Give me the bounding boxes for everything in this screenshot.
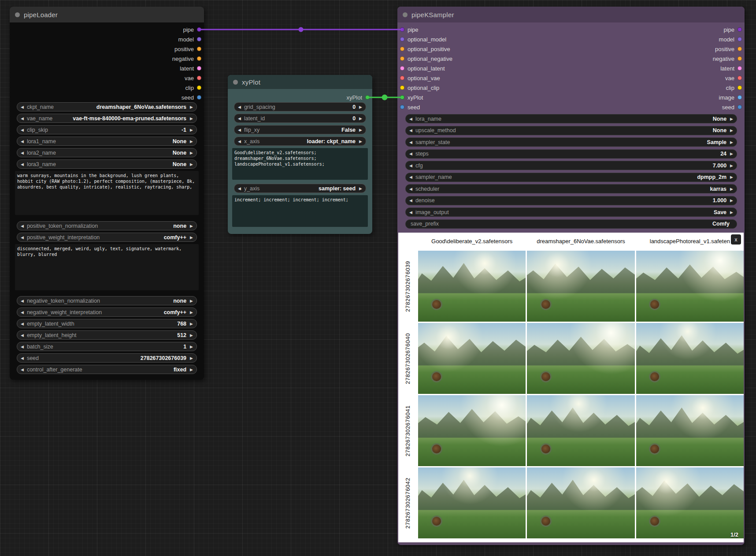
widget-image-output[interactable]: image_outputSave — [405, 208, 737, 217]
decrement-arrow-icon[interactable] — [409, 187, 412, 191]
port-optional-vae[interactable]: optional_vae — [397, 73, 571, 83]
widget-denoise[interactable]: denoise1.000 — [405, 196, 737, 205]
port-optional-clip[interactable]: optional_clip — [397, 83, 571, 93]
port-image-out[interactable]: image — [571, 93, 745, 102]
increment-arrow-icon[interactable] — [730, 175, 733, 179]
port-dot-pipe[interactable] — [737, 27, 742, 32]
port-vae[interactable]: vae — [10, 73, 204, 83]
increment-arrow-icon[interactable] — [190, 116, 193, 121]
widget-control-after-generate[interactable]: control_after_generatefixed — [17, 365, 197, 374]
widget-lora2-name[interactable]: lora2_nameNone — [17, 148, 197, 157]
widget-scheduler[interactable]: schedulerkarras — [405, 184, 737, 193]
port-dot-vae[interactable] — [197, 76, 201, 80]
increment-arrow-icon[interactable] — [190, 356, 193, 360]
decrement-arrow-icon[interactable] — [21, 116, 24, 121]
decrement-arrow-icon[interactable] — [21, 322, 24, 326]
widget-lora-name[interactable]: lora_nameNone — [405, 114, 737, 123]
port-dot-negative[interactable] — [197, 56, 201, 61]
widget-save-prefix[interactable]: save_prefixComfy — [405, 219, 737, 229]
port-dot-seed[interactable] — [197, 95, 201, 100]
decrement-arrow-icon[interactable] — [21, 299, 24, 303]
increment-arrow-icon[interactable] — [190, 162, 193, 167]
decrement-arrow-icon[interactable] — [409, 198, 412, 203]
port-dot-negative[interactable] — [400, 56, 404, 61]
port-optional-negative[interactable]: optional_negative — [397, 54, 571, 63]
decrement-arrow-icon[interactable] — [238, 128, 241, 132]
widget-clip-skip[interactable]: clip_skip-1 — [17, 125, 197, 134]
decrement-arrow-icon[interactable] — [21, 310, 24, 315]
widget-empty-latent-height[interactable]: empty_latent_height512 — [17, 330, 197, 340]
port-vae-out[interactable]: vae — [571, 73, 745, 83]
increment-arrow-icon[interactable] — [359, 139, 362, 144]
widget-latent-id[interactable]: latent_id0 — [234, 114, 366, 123]
increment-arrow-icon[interactable] — [730, 187, 733, 191]
port-optional-latent[interactable]: optional_latent — [397, 63, 571, 73]
node-header[interactable]: pipeLoader — [10, 7, 204, 22]
port-dot-latent[interactable] — [400, 66, 404, 70]
port-seed-in[interactable]: seed — [397, 102, 571, 112]
increment-arrow-icon[interactable] — [730, 128, 733, 133]
increment-arrow-icon[interactable] — [190, 299, 193, 303]
port-dot-positive[interactable] — [197, 47, 201, 51]
collapse-dot-icon[interactable] — [15, 12, 20, 17]
node-pipeksampler[interactable]: pipeKSampler pipe optional_model optiona… — [397, 7, 745, 545]
port-pipe-in[interactable]: pipe — [397, 25, 571, 34]
increment-arrow-icon[interactable] — [359, 105, 362, 109]
port-dot-model[interactable] — [197, 37, 201, 41]
collapse-dot-icon[interactable] — [403, 12, 408, 17]
port-dot-latent[interactable] — [197, 66, 201, 70]
node-header[interactable]: xyPlot — [228, 75, 372, 89]
widget-negative-token-normalization[interactable]: negative_token_normalizationnone — [17, 296, 197, 305]
increment-arrow-icon[interactable] — [190, 128, 193, 132]
port-dot-clip[interactable] — [197, 85, 201, 90]
port-positive-out[interactable]: positive — [571, 44, 745, 54]
port-pipe-out[interactable]: pipe — [571, 25, 745, 34]
port-positive[interactable]: positive — [10, 44, 204, 54]
increment-arrow-icon[interactable] — [190, 345, 193, 349]
port-dot-image[interactable] — [737, 95, 742, 100]
widget-seed[interactable]: seed278267302676039 — [17, 353, 197, 363]
port-dot-clip[interactable] — [737, 85, 742, 90]
wire-xyplot-dot[interactable] — [382, 95, 388, 100]
increment-arrow-icon[interactable] — [190, 322, 193, 326]
port-latent[interactable]: latent — [10, 63, 204, 73]
port-dot-negative[interactable] — [737, 56, 742, 61]
port-model-out[interactable]: model — [571, 34, 745, 44]
widget-empty-latent-width[interactable]: empty_latent_width768 — [17, 319, 197, 328]
port-dot-positive[interactable] — [400, 47, 404, 51]
collapse-dot-icon[interactable] — [233, 80, 238, 85]
positive-prompt-textarea[interactable]: warm sunrays, mountains in the backgroun… — [15, 171, 199, 215]
decrement-arrow-icon[interactable] — [238, 105, 241, 109]
widget-vae-name[interactable]: vae_namevae-ft-mse-840000-ema-pruned.saf… — [17, 114, 197, 123]
widget-sampler-state[interactable]: sampler_stateSample — [405, 137, 737, 147]
increment-arrow-icon[interactable] — [730, 210, 733, 215]
decrement-arrow-icon[interactable] — [409, 163, 412, 168]
increment-arrow-icon[interactable] — [359, 186, 362, 191]
increment-arrow-icon[interactable] — [730, 152, 733, 156]
increment-arrow-icon[interactable] — [730, 117, 733, 121]
port-dot-xyplot[interactable] — [365, 95, 370, 100]
port-dot-pipe[interactable] — [400, 27, 404, 32]
port-negative[interactable]: negative — [10, 54, 204, 63]
decrement-arrow-icon[interactable] — [21, 356, 24, 360]
increment-arrow-icon[interactable] — [190, 235, 193, 240]
decrement-arrow-icon[interactable] — [409, 140, 412, 145]
decrement-arrow-icon[interactable] — [409, 117, 412, 121]
node-xyplot[interactable]: xyPlot xyPlot grid_spacing0 latent_id0 f… — [228, 75, 372, 234]
port-xyplot-output[interactable]: xyPlot — [228, 93, 372, 102]
widget-ckpt-name[interactable]: ckpt_namedreamshaper_6NoVae.safetensors — [17, 102, 197, 111]
decrement-arrow-icon[interactable] — [409, 210, 412, 215]
decrement-arrow-icon[interactable] — [238, 116, 241, 121]
increment-arrow-icon[interactable] — [190, 367, 193, 372]
widget-sampler-name[interactable]: sampler_namedpmpp_2m — [405, 173, 737, 182]
node-pipeloader[interactable]: pipeLoader pipe model positive negative … — [10, 7, 204, 380]
widget-flip-xy[interactable]: flip_xyFalse — [234, 125, 366, 134]
close-icon[interactable]: x — [731, 234, 741, 245]
port-dot-xyplot[interactable] — [400, 95, 404, 100]
port-dot-positive[interactable] — [737, 47, 742, 51]
widget-cfg[interactable]: cfg7.000 — [405, 161, 737, 170]
decrement-arrow-icon[interactable] — [21, 139, 24, 144]
decrement-arrow-icon[interactable] — [21, 367, 24, 372]
decrement-arrow-icon[interactable] — [238, 186, 241, 191]
decrement-arrow-icon[interactable] — [21, 128, 24, 132]
